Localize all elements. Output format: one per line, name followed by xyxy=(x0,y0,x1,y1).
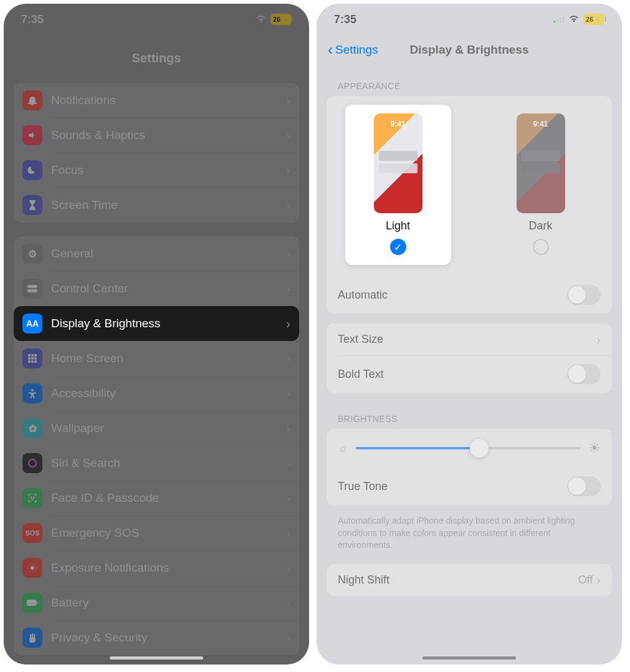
sun-max-icon: ☀ xyxy=(588,440,601,456)
row-home-screen[interactable]: Home Screen › xyxy=(14,341,299,376)
row-label: Control Center xyxy=(51,282,277,295)
radio-unchecked-icon[interactable] xyxy=(533,239,549,255)
automatic-toggle[interactable] xyxy=(567,285,601,305)
bold-text-label: Bold Text xyxy=(338,368,384,381)
night-shift-value: Off xyxy=(578,574,593,587)
nav-bar: ‹ Settings Display & Brightness xyxy=(317,35,622,70)
night-shift-label: Night Shift xyxy=(338,574,389,587)
appearance-dark-option[interactable]: 9:41 Dark xyxy=(488,105,594,265)
status-bar: 7:35 26⚡ xyxy=(4,4,309,35)
gear-icon: ⚙ xyxy=(22,244,42,264)
row-label: Notifications xyxy=(51,94,277,107)
svg-rect-0 xyxy=(27,285,37,288)
text-size-row[interactable]: Text Size › xyxy=(327,324,612,355)
speaker-icon xyxy=(22,125,42,145)
row-sounds[interactable]: Sounds & Haptics › xyxy=(14,118,299,153)
back-button[interactable]: ‹ Settings xyxy=(328,42,378,57)
svg-rect-22 xyxy=(563,16,565,23)
preview-time: 9:41 xyxy=(517,120,565,128)
row-exposure[interactable]: Exposure Notifications › xyxy=(14,550,299,585)
svg-rect-20 xyxy=(556,19,558,23)
flower-icon: ✿ xyxy=(22,418,42,438)
siri-icon xyxy=(22,453,42,473)
battery-icon xyxy=(22,593,42,613)
text-size-label: Text Size xyxy=(338,333,383,346)
row-siri[interactable]: Siri & Search › xyxy=(14,446,299,481)
row-screen-time[interactable]: Screen Time › xyxy=(14,188,299,223)
row-accessibility[interactable]: Accessibility › xyxy=(14,376,299,411)
brightness-slider[interactable] xyxy=(356,447,581,449)
chevron-right-icon: › xyxy=(286,94,290,108)
night-shift-row[interactable]: Night Shift Off › xyxy=(327,564,612,596)
bell-icon xyxy=(22,90,42,110)
appearance-light-option[interactable]: 9:41 Light ✓ xyxy=(345,105,451,265)
row-label: Home Screen xyxy=(51,352,277,365)
chevron-right-icon: › xyxy=(286,491,290,506)
row-notifications[interactable]: Notifications › xyxy=(14,83,299,118)
row-sos[interactable]: SOS Emergency SOS › xyxy=(14,516,299,550)
chevron-left-icon: ‹ xyxy=(328,42,333,57)
row-label: General xyxy=(51,247,277,261)
row-label: Battery xyxy=(51,596,277,610)
svg-rect-21 xyxy=(560,17,561,23)
battery-indicator: 26⚡ xyxy=(270,14,292,25)
row-label: Display & Brightness xyxy=(51,317,277,330)
row-focus[interactable]: Focus › xyxy=(14,153,299,188)
row-general[interactable]: ⚙ General › xyxy=(14,236,299,271)
row-label: Emergency SOS xyxy=(51,526,277,540)
row-display-brightness[interactable]: AA Display & Brightness › xyxy=(14,306,299,341)
row-label: Accessibility xyxy=(51,386,277,400)
row-label: Face ID & Passcode xyxy=(51,491,277,505)
accessibility-icon xyxy=(22,383,42,403)
row-privacy[interactable]: Privacy & Security › xyxy=(14,620,299,655)
true-tone-toggle[interactable] xyxy=(567,476,601,496)
settings-group-2: ⚙ General › Control Center › AA Display … xyxy=(14,236,299,655)
svg-point-11 xyxy=(31,389,34,391)
exposure-icon xyxy=(22,558,42,578)
svg-rect-7 xyxy=(34,357,37,360)
svg-rect-4 xyxy=(34,354,37,357)
cellular-icon xyxy=(553,13,565,26)
status-bar: 7:35 26⚡ xyxy=(317,4,622,35)
true-tone-footnote: Automatically adapt iPhone display based… xyxy=(317,515,622,564)
slider-thumb[interactable] xyxy=(470,439,489,458)
text-card: Text Size › Bold Text xyxy=(327,324,612,393)
display-brightness-screen: 7:35 26⚡ ‹ Settings Display & Brightness… xyxy=(317,4,622,665)
wifi-icon xyxy=(255,13,267,26)
chevron-right-icon: › xyxy=(286,247,290,261)
chevron-right-icon: › xyxy=(286,317,290,331)
hand-icon xyxy=(22,628,42,648)
home-indicator[interactable] xyxy=(110,656,203,660)
chevron-right-icon: › xyxy=(596,332,601,347)
chevron-right-icon: › xyxy=(286,198,290,213)
chevron-right-icon: › xyxy=(286,163,290,178)
svg-point-15 xyxy=(31,566,34,570)
radio-checked-icon[interactable]: ✓ xyxy=(390,239,406,255)
row-wallpaper[interactable]: ✿ Wallpaper › xyxy=(14,411,299,446)
moon-icon xyxy=(22,160,42,180)
brightness-slider-row: ☼ ☀ xyxy=(327,429,612,468)
svg-rect-18 xyxy=(36,602,37,604)
sos-icon: SOS xyxy=(22,523,42,543)
brightness-card: ☼ ☀ True Tone xyxy=(327,429,612,505)
light-label: Light xyxy=(386,219,410,233)
svg-rect-9 xyxy=(31,360,34,363)
battery-indicator: 26⚡ xyxy=(583,14,604,25)
grid-icon xyxy=(22,348,42,368)
svg-rect-6 xyxy=(31,357,34,360)
row-control-center[interactable]: Control Center › xyxy=(14,271,299,306)
row-faceid[interactable]: Face ID & Passcode › xyxy=(14,481,299,516)
chevron-right-icon: › xyxy=(286,282,290,296)
row-label: Focus xyxy=(51,163,277,177)
bold-text-toggle[interactable] xyxy=(567,364,601,384)
home-indicator[interactable] xyxy=(422,656,516,660)
hourglass-icon xyxy=(22,195,42,215)
night-shift-card: Night Shift Off › xyxy=(327,564,612,596)
status-time: 7:35 xyxy=(334,13,356,26)
chevron-right-icon: › xyxy=(286,631,290,645)
brightness-header: BRIGHTNESS xyxy=(317,403,622,429)
svg-rect-17 xyxy=(27,600,36,606)
switches-icon xyxy=(22,279,42,299)
svg-rect-8 xyxy=(28,360,31,363)
row-battery[interactable]: Battery › xyxy=(14,585,299,620)
